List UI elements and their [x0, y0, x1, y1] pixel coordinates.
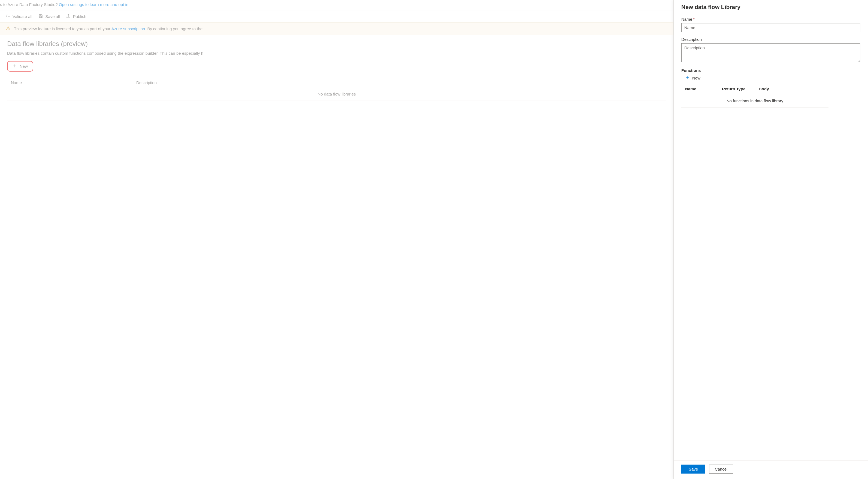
preview-info-banner: This preview feature is licensed to you … [0, 22, 674, 35]
functions-label: Functions [681, 68, 860, 73]
publish-label: Publish [73, 14, 86, 19]
top-banner: s to Azure Data Factory Studio? Open set… [0, 0, 674, 11]
save-all-button[interactable]: Save all [38, 13, 60, 19]
panel-title: New data flow Library [681, 4, 860, 10]
description-input[interactable] [681, 43, 860, 62]
new-function-label: New [692, 76, 701, 80]
name-input[interactable] [681, 23, 860, 32]
functions-table: Name Return Type Body No functions in da… [681, 84, 829, 108]
warning-icon [6, 26, 11, 32]
col-header-description: Description [136, 80, 662, 85]
fn-col-return: Return Type [722, 87, 759, 91]
fn-col-body: Body [759, 87, 825, 91]
svg-rect-3 [40, 16, 42, 18]
col-header-name: Name [11, 80, 136, 85]
functions-table-header: Name Return Type Body [681, 84, 829, 94]
new-function-button[interactable]: New [683, 74, 703, 82]
panel-footer: Save Cancel [674, 460, 868, 479]
top-banner-text: s to Azure Data Factory Studio? [0, 2, 59, 7]
validate-all-label: Validate all [12, 14, 32, 19]
plus-icon [12, 64, 17, 69]
top-banner-link[interactable]: Open settings to learn more and opt in [59, 2, 128, 7]
cancel-button[interactable]: Cancel [709, 465, 733, 474]
new-library-button[interactable]: New [7, 61, 33, 72]
checkmark-list-icon [5, 13, 10, 19]
svg-rect-2 [40, 14, 41, 15]
page-title: Data flow libraries (preview) [7, 40, 666, 47]
main-content: s to Azure Data Factory Studio? Open set… [0, 0, 674, 479]
libraries-empty-row: No data flow libraries [7, 88, 666, 100]
new-library-panel: New data flow Library Name* Description … [674, 0, 868, 479]
upload-icon [66, 13, 71, 19]
save-icon [38, 13, 43, 19]
publish-button[interactable]: Publish [66, 13, 86, 19]
functions-empty-row: No functions in data flow library [681, 94, 829, 108]
validate-all-button[interactable]: Validate all [5, 13, 32, 19]
save-all-label: Save all [45, 14, 60, 19]
libraries-table-header: Name Description [7, 77, 666, 88]
preview-info-text: This preview feature is licensed to you … [14, 26, 203, 31]
description-label: Description [681, 37, 860, 42]
libraries-table: Name Description No data flow libraries [7, 77, 666, 100]
azure-subscription-link[interactable]: Azure subscription [112, 26, 145, 31]
toolbar: Validate all Save all Publish [0, 11, 674, 22]
required-asterisk: * [693, 17, 695, 22]
page-description: Data flow libraries contain custom funct… [7, 51, 666, 56]
fn-col-name: Name [685, 87, 722, 91]
new-library-label: New [20, 64, 28, 69]
name-label: Name* [681, 17, 860, 22]
save-button[interactable]: Save [681, 465, 705, 474]
plus-icon [685, 75, 689, 80]
